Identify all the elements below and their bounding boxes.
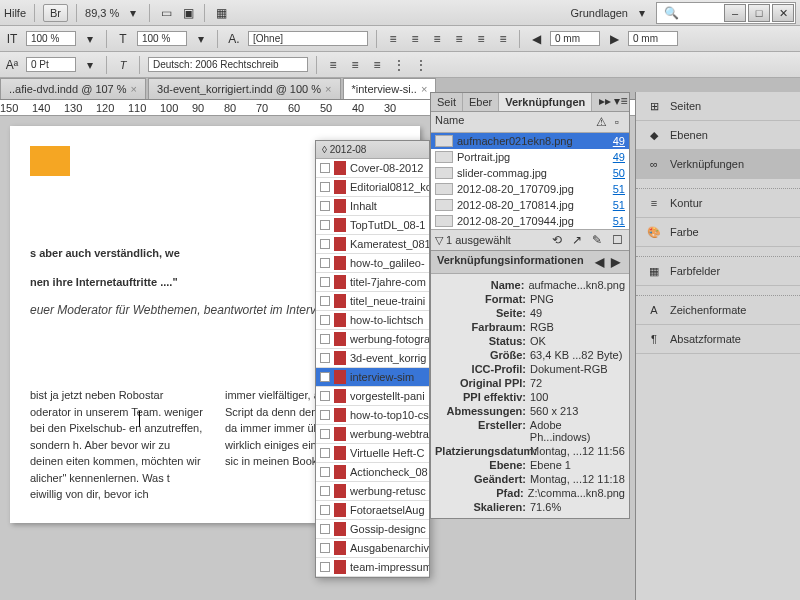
link-row[interactable]: aufmacher021ekn8.png49 (431, 133, 629, 149)
checkbox[interactable] (320, 543, 330, 553)
panel-ebenen[interactable]: ◆Ebenen (636, 121, 800, 150)
relink-icon[interactable]: ⟲ (549, 232, 565, 248)
align-icon[interactable]: ≡ (369, 57, 385, 73)
checkbox[interactable] (320, 486, 330, 496)
align-right-icon[interactable]: ≡ (429, 31, 445, 47)
list-icon[interactable]: ⋮ (391, 57, 407, 73)
checkbox[interactable] (320, 505, 330, 515)
bridge-button[interactable]: Br (43, 4, 68, 22)
panel-absatzformate[interactable]: ¶Absatzformate (636, 325, 800, 354)
warning-column-icon[interactable]: ⚠ (593, 114, 609, 130)
checkbox[interactable] (320, 353, 330, 363)
checkbox[interactable] (320, 334, 330, 344)
document-tab[interactable]: *interview-si.. × (343, 78, 437, 99)
panel-verknüpfungen[interactable]: ∞Verknüpfungen (636, 150, 800, 179)
checkbox[interactable] (320, 182, 330, 192)
view-mode-icon[interactable]: ▭ (158, 5, 174, 21)
document-tab[interactable]: ..afie-dvd.indd @ 107 % × (0, 78, 146, 99)
char-style-dropdown[interactable]: [Ohne] (248, 31, 368, 46)
checkbox[interactable] (320, 220, 330, 230)
book-item[interactable]: Kameratest_081 (316, 235, 429, 254)
link-row[interactable]: 2012-08-20_170944.jpg51 (431, 213, 629, 229)
panel-farbfelder[interactable]: ▦Farbfelder (636, 257, 800, 286)
prev-icon[interactable]: ◀ (591, 254, 607, 270)
book-item[interactable]: TopTutDL_08-1 (316, 216, 429, 235)
book-item[interactable]: titel_neue-traini (316, 292, 429, 311)
checkbox[interactable] (320, 296, 330, 306)
edit-original-icon[interactable]: ☐ (609, 232, 625, 248)
checkbox[interactable] (320, 258, 330, 268)
links-list[interactable]: aufmacher021ekn8.png49Portrait.jpg49slid… (431, 133, 629, 229)
book-item[interactable]: werbung-webtra (316, 425, 429, 444)
link-row[interactable]: 2012-08-20_170709.jpg51 (431, 181, 629, 197)
page-column-icon[interactable]: ▫ (609, 114, 625, 130)
book-item[interactable]: how-to-lichtsch (316, 311, 429, 330)
book-item[interactable]: how-to_galileo- (316, 254, 429, 273)
dropdown-icon[interactable]: ▾ (634, 5, 650, 21)
book-item[interactable]: werbung-fotogra (316, 330, 429, 349)
book-item[interactable]: Cover-08-2012 (316, 159, 429, 178)
close-button[interactable]: ✕ (772, 4, 794, 22)
book-item[interactable]: Ausgabenarchiv (316, 539, 429, 558)
book-item[interactable]: Gossip-designc (316, 520, 429, 539)
checkbox[interactable] (320, 448, 330, 458)
link-row[interactable]: slider-commag.jpg50 (431, 165, 629, 181)
language-dropdown[interactable]: Deutsch: 2006 Rechtschreib (148, 57, 308, 72)
baseline-input[interactable] (26, 57, 76, 72)
align-justify-icon[interactable]: ≡ (451, 31, 467, 47)
book-item[interactable]: Inhalt (316, 197, 429, 216)
document-tab[interactable]: 3d-event_korrigiert.indd @ 100 % × (148, 78, 340, 99)
checkbox[interactable] (320, 524, 330, 534)
book-item[interactable]: how-to-top10-cs (316, 406, 429, 425)
align-center-icon[interactable]: ≡ (407, 31, 423, 47)
panel-kontur[interactable]: ≡Kontur (636, 189, 800, 218)
book-item[interactable]: Actioncheck_08 (316, 463, 429, 482)
collapse-icon[interactable]: ▸▸ (597, 93, 613, 109)
book-item[interactable]: Editorial0812_ko (316, 178, 429, 197)
dropdown-icon[interactable]: ▾ (125, 5, 141, 21)
book-item[interactable]: team-impressum (316, 558, 429, 577)
checkbox[interactable] (320, 467, 330, 477)
chevron-down-icon[interactable]: ▾ (82, 57, 98, 73)
workspace-dropdown[interactable]: Grundlagen (571, 7, 629, 19)
book-item[interactable]: interview-sim (316, 368, 429, 387)
align-left-icon[interactable]: ≡ (385, 31, 401, 47)
update-link-icon[interactable]: ✎ (589, 232, 605, 248)
close-tab-icon[interactable]: × (131, 83, 137, 95)
minimize-button[interactable]: – (724, 4, 746, 22)
indent2-input[interactable] (628, 31, 678, 46)
book-item[interactable]: werbung-retusc (316, 482, 429, 501)
checkbox[interactable] (320, 315, 330, 325)
book-item[interactable]: vorgestellt-pani (316, 387, 429, 406)
checkbox[interactable] (320, 410, 330, 420)
hscale-input[interactable] (137, 31, 187, 46)
book-item[interactable]: FotoraetselAug (316, 501, 429, 520)
checkbox[interactable] (320, 239, 330, 249)
close-tab-icon[interactable]: × (421, 83, 427, 95)
zoom-level[interactable]: 89,3 % (85, 7, 119, 19)
align-icon[interactable]: ≡ (347, 57, 363, 73)
align-justify3-icon[interactable]: ≡ (495, 31, 511, 47)
arrange-icon[interactable]: ▦ (213, 5, 229, 21)
panel-seiten[interactable]: ⊞Seiten (636, 92, 800, 121)
name-column[interactable]: Name (435, 114, 464, 130)
screen-mode-icon[interactable]: ▣ (180, 5, 196, 21)
vscale-input[interactable] (26, 31, 76, 46)
book-item[interactable]: 3d-event_korrig (316, 349, 429, 368)
align-icon[interactable]: ≡ (325, 57, 341, 73)
checkbox[interactable] (320, 277, 330, 287)
next-icon[interactable]: ▶ (607, 254, 623, 270)
checkbox[interactable] (320, 201, 330, 211)
chevron-down-icon[interactable]: ▾ (193, 31, 209, 47)
book-item[interactable]: titel-7jahre-com (316, 273, 429, 292)
help-menu[interactable]: Hilfe (4, 7, 26, 19)
chevron-down-icon[interactable]: ▾ (82, 31, 98, 47)
book-list[interactable]: Cover-08-2012Editorial0812_koInhaltTopTu… (316, 159, 429, 577)
panel-menu-icon[interactable]: ▾≡ (613, 93, 629, 109)
link-row[interactable]: Portrait.jpg49 (431, 149, 629, 165)
list-icon[interactable]: ⋮ (413, 57, 429, 73)
goto-link-icon[interactable]: ↗ (569, 232, 585, 248)
tab-links[interactable]: Verknüpfungen (499, 93, 592, 111)
book-item[interactable]: Virtuelle Heft-C (316, 444, 429, 463)
panel-farbe[interactable]: 🎨Farbe (636, 218, 800, 247)
